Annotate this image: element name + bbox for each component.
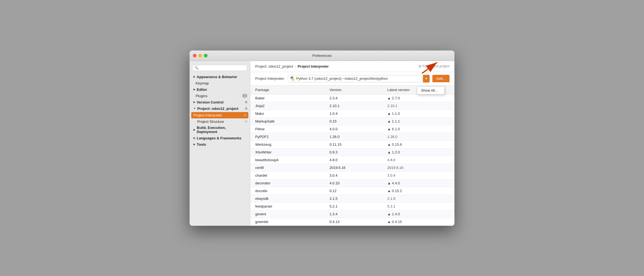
minimize-button[interactable] [198, 54, 202, 57]
table-row[interactable]: ebaysdk2.1.52.1.5 [250, 195, 454, 202]
title-bar: Preferences [190, 51, 454, 61]
interpreter-dropdown-arrow[interactable]: ▼ [423, 75, 430, 83]
table-row[interactable]: XlsxWriter0.9.3▲ 1.2.0 [250, 148, 454, 156]
sidebar-item-keymap[interactable]: Keymap [190, 80, 250, 86]
package-latest-version: 2.1.5 [382, 195, 454, 202]
sidebar: 🔍 ▶ Appearance & Behavior Keymap ▶ Edito… [190, 61, 250, 226]
chevron-right-icon: ▶ [193, 128, 195, 131]
interpreter-row: Project Interpreter: Py Python 3.7 (odoo… [250, 72, 454, 86]
for-project-label: ⊞ For current project [419, 64, 449, 68]
package-latest-version: ▲ 1.1.1 [382, 117, 454, 125]
python-icon: Py [290, 76, 295, 81]
table-row[interactable]: Werkzeug0.11.15▲ 0.15.6 [250, 140, 454, 148]
package-version: 4.8.0 [324, 156, 382, 164]
package-latest-version: ▲ 1.2.0 [382, 148, 454, 156]
table-row[interactable]: feedparser5.2.15.2.1 [250, 202, 454, 210]
table-row[interactable]: PyPDF21.26.01.26.0 [250, 133, 454, 140]
sidebar-item-project-structure[interactable]: Project Structure ⎘ [190, 119, 250, 124]
sidebar-item-plugins[interactable]: Plugins 1 [190, 93, 250, 99]
package-name: PyPDF2 [250, 133, 324, 140]
add-dropdown-menu: Show All... [417, 86, 445, 94]
package-latest-version: 2.10.1 [382, 102, 454, 110]
package-latest-version: ▲ 0.15.2 [382, 187, 454, 195]
table-row[interactable]: chardet3.0.43.0.4 [250, 171, 454, 179]
maximize-button[interactable] [204, 54, 207, 57]
chevron-right-icon: ▶ [193, 137, 195, 139]
sidebar-item-label: Version Control [197, 100, 223, 104]
package-name: XlsxWriter [250, 148, 324, 156]
package-version: 4.0.10 [324, 179, 382, 187]
package-name: Babel [250, 94, 324, 102]
chevron-down-icon: ▼ [193, 107, 196, 110]
search-input[interactable] [200, 66, 245, 70]
sidebar-item-appearance-behavior[interactable]: ▶ Appearance & Behavior [190, 74, 250, 80]
package-name: ebaysdk [250, 195, 324, 202]
copy-icon: ⎘ [244, 113, 246, 117]
sidebar-item-languages-frameworks[interactable]: ▶ Languages & Frameworks [190, 135, 250, 141]
table-row[interactable]: beautifulsoup44.8.04.8.0 [250, 156, 454, 164]
table-row[interactable]: docutils0.12▲ 0.15.2 [250, 187, 454, 195]
table-row[interactable]: gevent1.3.4▲ 1.4.0 [250, 210, 454, 218]
table-row[interactable]: certifi2019.6.162019.6.16 [250, 164, 454, 171]
project-icon: ⊞ [419, 64, 421, 68]
add-button-container: Add... Show All... [432, 75, 449, 82]
sidebar-item-label: Languages & Frameworks [197, 136, 241, 140]
table-row[interactable]: greenlet0.4.13▲ 0.4.15 [250, 218, 454, 225]
table-row[interactable]: decorator4.0.10▲ 4.4.0 [250, 179, 454, 187]
sidebar-item-label: Plugins [196, 94, 207, 98]
search-box[interactable]: 🔍 [192, 65, 247, 71]
package-name: feedparser [250, 202, 324, 210]
package-name: chardet [250, 171, 324, 179]
add-button[interactable]: Add... [432, 75, 449, 82]
packages-table: Package Version Latest version Babel2.3.… [250, 86, 454, 226]
table-row[interactable]: MarkupSafe0.23▲ 1.1.1 [250, 117, 454, 125]
table-row[interactable]: Pillow4.0.0▲ 6.1.0 [250, 125, 454, 133]
sidebar-item-label: Project Structure [197, 120, 224, 124]
package-latest-version: ▲ 1.4.0 [382, 210, 454, 218]
sidebar-item-build-execution[interactable]: ▶ Build, Execution, Deployment [190, 124, 250, 135]
package-name: gevent [250, 210, 324, 218]
copy-icon: ⎘ [245, 120, 247, 123]
show-all-menu-item[interactable]: Show All... [417, 87, 444, 94]
interpreter-value: Python 3.7 (odoo12_project) ~/odoo12_pro… [296, 76, 388, 81]
package-name: Jinja2 [250, 102, 324, 110]
plugins-badge: 1 [242, 94, 247, 98]
col-package: Package [250, 86, 324, 94]
sidebar-item-project-interpreter[interactable]: Project Interpreter ⎘ [191, 112, 248, 118]
package-version: 1.3.4 [324, 210, 382, 218]
table-row[interactable]: Jinja22.10.12.10.1 [250, 102, 454, 110]
package-latest-version: ▲ 6.1.0 [382, 125, 454, 133]
sidebar-item-tools[interactable]: ▶ Tools [190, 141, 250, 148]
package-version: 2019.6.16 [324, 164, 382, 171]
sidebar-item-editor[interactable]: ▶ Editor [190, 86, 250, 93]
sidebar-item-label: Keymap [196, 81, 209, 85]
sidebar-item-project-odoo12[interactable]: ▼ Project: odoo12_project ⎘ [190, 105, 250, 112]
package-latest-version: ▲ 0.15.6 [382, 140, 454, 148]
package-name: Werkzeug [250, 140, 324, 148]
window-title: Preferences [312, 54, 332, 58]
package-version: 1.0.4 [324, 110, 382, 117]
close-button[interactable] [193, 54, 196, 57]
package-version: 1.26.0 [324, 133, 382, 140]
package-latest-version: 4.8.0 [382, 156, 454, 164]
sidebar-item-version-control[interactable]: ▶ Version Control ⎘ [190, 99, 250, 105]
col-version: Version [324, 86, 382, 94]
sidebar-item-label: Editor [197, 87, 207, 92]
sidebar-item-label: Tools [197, 142, 206, 147]
sidebar-item-label: Project: odoo12_project [197, 107, 238, 111]
breadcrumb-project: Project: odoo12_project [255, 64, 293, 68]
package-latest-version: ▲ 2.7.0 [382, 94, 454, 102]
breadcrumb-current: Project Interpreter [298, 64, 329, 68]
package-latest-version: 1.26.0 [382, 133, 454, 140]
interpreter-label: Project Interpreter: [255, 76, 285, 81]
package-name: MarkupSafe [250, 117, 324, 125]
packages-list: Package Version Latest version Babel2.3.… [250, 86, 454, 226]
interpreter-dropdown[interactable]: Py Python 3.7 (odoo12_project) ~/odoo12_… [288, 75, 423, 82]
package-version: 0.12 [324, 187, 382, 195]
search-icon: 🔍 [195, 66, 199, 70]
package-version: 5.2.1 [324, 202, 382, 210]
package-version: 0.11.15 [324, 140, 382, 148]
package-version: 0.9.3 [324, 148, 382, 156]
table-row[interactable]: Mako1.0.4▲ 1.1.0 [250, 110, 454, 117]
table-row[interactable]: Babel2.3.4▲ 2.7.0 [250, 94, 454, 102]
